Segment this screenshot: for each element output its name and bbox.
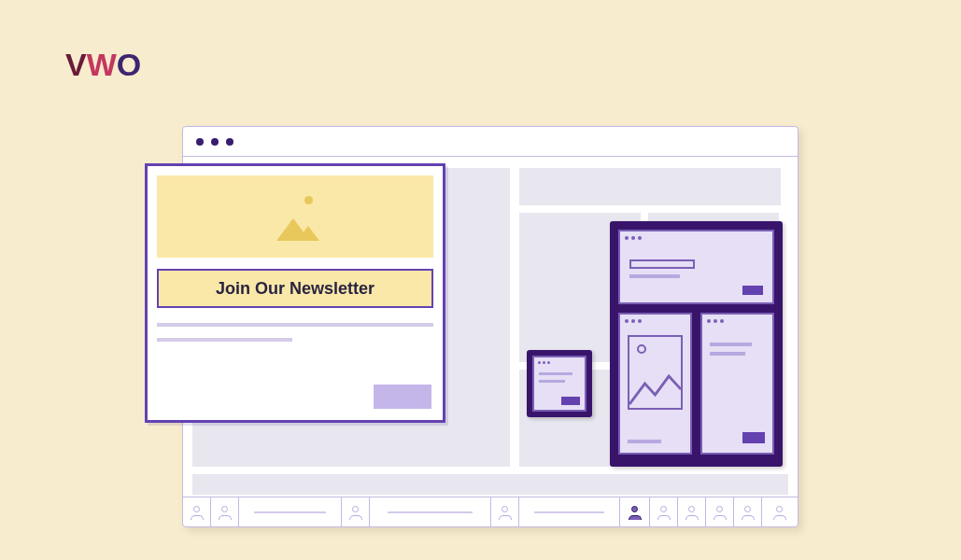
image-placeholder-icon <box>628 335 683 410</box>
wireframe-footer <box>192 474 788 495</box>
logo-o: O <box>117 47 141 82</box>
text-line <box>710 352 745 356</box>
window-dot <box>211 138 219 146</box>
popup-text-line <box>157 323 433 327</box>
newsletter-cta-label: Join Our Newsletter <box>216 279 375 299</box>
user-icon <box>742 506 755 519</box>
user-icon <box>685 506 699 519</box>
user-icon <box>349 506 362 519</box>
timeline-gap <box>239 497 342 526</box>
user-icon <box>191 506 204 519</box>
template-gallery-panel <box>610 221 783 467</box>
timeline-user-cell <box>762 497 798 526</box>
window-dots-icon <box>707 319 724 323</box>
logo-v: V <box>65 47 87 82</box>
timeline-line <box>388 511 472 513</box>
text-line <box>710 343 752 346</box>
timeline-user-cell-active <box>620 497 650 526</box>
window-dots-icon <box>538 361 550 364</box>
wireframe-bar <box>519 168 781 205</box>
window-dots-icon <box>625 319 642 323</box>
timeline-user-cell <box>211 497 239 526</box>
user-icon <box>657 506 671 519</box>
browser-titlebar <box>183 127 798 157</box>
user-timeline-bar <box>183 497 798 526</box>
template-card-text[interactable] <box>700 313 774 455</box>
button-placeholder <box>742 286 763 295</box>
template-card-image[interactable] <box>618 313 692 455</box>
button-placeholder <box>742 432 765 443</box>
newsletter-popup: Join Our Newsletter <box>145 163 445 423</box>
text-line <box>629 274 680 278</box>
timeline-user-cell <box>491 497 519 526</box>
user-icon-active <box>629 506 642 519</box>
window-dot <box>226 138 233 146</box>
window-dot <box>196 138 204 146</box>
image-sun-icon <box>304 196 313 204</box>
template-card-banner[interactable] <box>618 230 774 304</box>
small-template-card[interactable] <box>527 350 592 417</box>
timeline-user-cell <box>183 497 211 526</box>
popup-submit-button[interactable] <box>374 385 431 409</box>
button-placeholder <box>561 397 580 405</box>
timeline-user-cell <box>706 497 734 526</box>
user-icon <box>773 506 786 519</box>
window-dots-icon <box>625 236 642 240</box>
popup-text-line <box>157 338 292 342</box>
template-preview <box>532 356 586 412</box>
user-icon <box>714 506 727 519</box>
timeline-user-cell <box>342 497 370 526</box>
text-line <box>539 372 572 375</box>
newsletter-cta-button[interactable]: Join Our Newsletter <box>157 269 433 308</box>
vwo-logo: VWO <box>65 47 141 83</box>
text-line <box>628 440 661 443</box>
timeline-line <box>534 511 604 513</box>
timeline-line <box>254 511 325 513</box>
timeline-gap <box>370 497 491 526</box>
timeline-gap <box>519 497 620 526</box>
logo-w: W <box>87 47 117 82</box>
input-placeholder <box>629 259 695 269</box>
timeline-user-cell <box>678 497 706 526</box>
user-icon <box>219 506 232 519</box>
timeline-user-cell <box>650 497 678 526</box>
user-icon <box>499 506 512 519</box>
timeline-user-cell <box>734 497 762 526</box>
popup-image-placeholder <box>157 175 433 258</box>
text-line <box>539 380 565 383</box>
image-mountain-icon <box>297 226 319 241</box>
